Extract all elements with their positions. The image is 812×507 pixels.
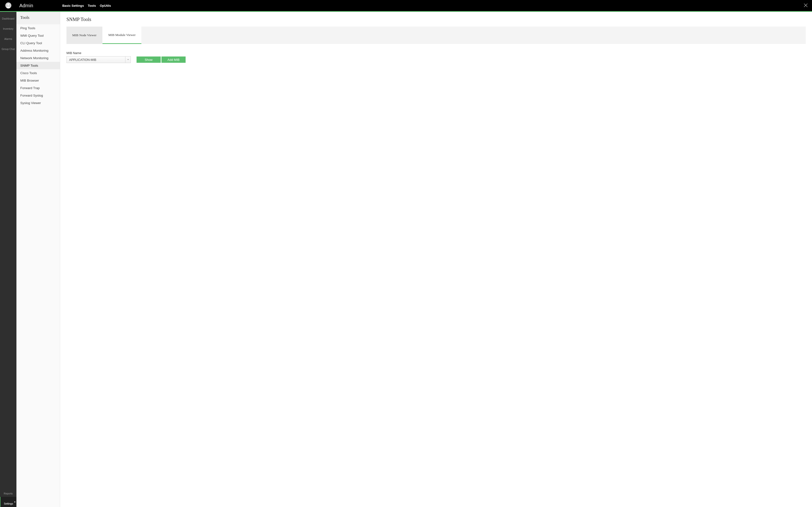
- sidebar-item-address-monitoring[interactable]: Address Monitoring: [16, 47, 60, 54]
- sidebar-item-snmp-tools[interactable]: SNMP Tools: [16, 62, 60, 69]
- sidebar-item-network-monitoring[interactable]: Network Monitoring: [16, 54, 60, 62]
- sidebar-item-forward-syslog[interactable]: Forward Syslog: [16, 92, 60, 99]
- sidebar-item-wmi-query-tool[interactable]: WMI Query Tool: [16, 32, 60, 39]
- tab-mib-module-viewer[interactable]: MIB Module Viewer: [102, 26, 141, 44]
- show-button[interactable]: Show: [137, 56, 161, 63]
- sidebar-item-cisco-tools[interactable]: Cisco Tools: [16, 69, 60, 77]
- topnav-basic-settings[interactable]: Basic Settings: [62, 4, 84, 7]
- sidebar-item-mib-browser[interactable]: MIB Browser: [16, 77, 60, 84]
- button-group: Show Add MIB: [137, 56, 186, 63]
- rail-spacer: [0, 52, 16, 487]
- left-rail: Dashboard Inventory Alarms Group Chat Re…: [0, 12, 16, 507]
- mib-name-dropdown-toggle[interactable]: [125, 56, 131, 63]
- tabs-spacer: [142, 26, 806, 44]
- sidebar-item-forward-trap[interactable]: Forward Trap: [16, 84, 60, 92]
- page-section-title: Admin: [19, 3, 33, 8]
- rail-alarms[interactable]: Alarms: [0, 32, 16, 42]
- mib-name-label: MIB Name: [66, 51, 131, 55]
- close-icon: [804, 3, 808, 7]
- svg-point-0: [7, 4, 9, 6]
- main-content: SNMP Tools MIB Node Viewer MIB Module Vi…: [60, 12, 812, 507]
- sidebar-item-cli-query-tool[interactable]: CLI Query Tool: [16, 39, 60, 47]
- sidebar-item-ping-tools[interactable]: Ping Tools: [16, 24, 60, 32]
- mib-module-form: MIB Name APPLICATION-MIB Show Add MIB: [66, 51, 806, 63]
- rail-inventory[interactable]: Inventory: [0, 22, 16, 32]
- page-title: SNMP Tools: [66, 17, 806, 22]
- tab-mib-node-viewer[interactable]: MIB Node Viewer: [66, 26, 102, 44]
- topnav-tools[interactable]: Tools: [88, 4, 96, 7]
- mib-name-value: APPLICATION-MIB: [69, 58, 96, 62]
- user-icon: [5, 2, 11, 8]
- form-row: MIB Name APPLICATION-MIB Show Add MIB: [66, 51, 806, 63]
- rail-dashboard[interactable]: Dashboard: [0, 12, 16, 22]
- close-button[interactable]: [803, 3, 808, 8]
- topnav-oputils[interactable]: OpUtils: [100, 4, 111, 7]
- avatar[interactable]: [5, 2, 11, 8]
- sidebar-item-syslog-viewer[interactable]: Syslog Viewer: [16, 99, 60, 107]
- rail-reports[interactable]: Reports: [0, 487, 16, 497]
- mib-name-select[interactable]: APPLICATION-MIB: [66, 56, 131, 63]
- sidebar: Tools Ping Tools WMI Query Tool CLI Quer…: [16, 12, 60, 507]
- add-mib-button[interactable]: Add MIB: [161, 56, 186, 63]
- topbar: Admin Basic Settings Tools OpUtils: [0, 0, 812, 11]
- mib-name-field-group: MIB Name APPLICATION-MIB: [66, 51, 131, 63]
- sidebar-title: Tools: [20, 15, 30, 20]
- sidebar-header: Tools: [16, 12, 60, 24]
- tabs: MIB Node Viewer MIB Module Viewer: [66, 26, 806, 44]
- topbar-nav: Basic Settings Tools OpUtils: [62, 4, 111, 7]
- chevron-down-icon: [127, 59, 129, 61]
- body: Dashboard Inventory Alarms Group Chat Re…: [0, 12, 812, 507]
- rail-settings[interactable]: Settings: [0, 497, 16, 507]
- rail-group-chat[interactable]: Group Chat: [0, 42, 16, 52]
